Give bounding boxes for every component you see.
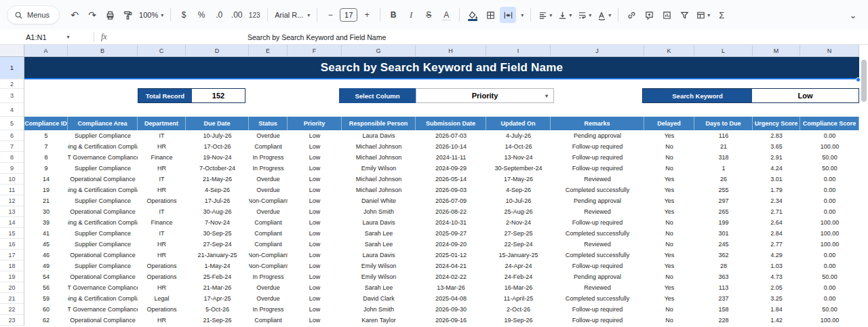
table-cell[interactable]: HR	[138, 185, 186, 195]
table-header-cell[interactable]: Compliance ID	[24, 117, 68, 130]
table-cell[interactable]: 1.42	[753, 315, 800, 326]
table-header-cell[interactable]: Priority	[288, 117, 342, 130]
table-cell[interactable]: 2025-09-27	[416, 228, 486, 239]
table-cell[interactable]: 2.71	[753, 206, 800, 217]
row-header-8[interactable]: 8	[0, 152, 24, 163]
table-header-cell[interactable]: Submission Date	[416, 117, 486, 130]
column-header-n[interactable]: N	[800, 45, 859, 57]
table-cell[interactable]: Yes	[644, 293, 694, 304]
table-cell[interactable]: 100.00	[800, 239, 859, 250]
table-cell[interactable]: HR	[138, 239, 186, 250]
column-header-b[interactable]: B	[68, 45, 138, 57]
table-cell[interactable]: 30-September-24	[486, 163, 551, 174]
table-options-button[interactable]: ▾	[694, 7, 712, 23]
table-cell[interactable]: Supplier Compliance	[68, 163, 138, 174]
table-cell[interactable]: 2026-09-16	[416, 315, 486, 326]
table-cell[interactable]: Supplier Compliance	[68, 261, 138, 271]
table-cell[interactable]: Laura Davis	[342, 130, 416, 141]
table-cell[interactable]: IT	[138, 228, 186, 239]
table-cell[interactable]: Sarah Lee	[342, 228, 416, 239]
font-size-input[interactable]: 17	[340, 8, 357, 22]
table-cell[interactable]: 1.03	[753, 261, 800, 271]
table-cell[interactable]: 0.00	[800, 282, 859, 293]
table-cell[interactable]: 62	[24, 315, 68, 326]
table-cell[interactable]: In Progress	[249, 304, 288, 315]
table-cell[interactable]: 21-Sep-26	[186, 315, 249, 326]
table-cell[interactable]: 22-Sep-24	[486, 239, 551, 250]
row-header-23[interactable]: 23	[0, 315, 24, 326]
table-header-cell[interactable]: Remarks	[551, 117, 644, 130]
table-cell[interactable]: Overdue	[249, 206, 288, 217]
merge-cells-dropdown[interactable]: ▾	[517, 7, 526, 23]
table-cell[interactable]: 21-January-25	[186, 250, 249, 261]
table-cell[interactable]: Completed successfully	[551, 228, 644, 239]
table-cell[interactable]: ning & Certification Complia	[68, 217, 138, 228]
table-cell[interactable]: 2026-08-22	[416, 206, 486, 217]
table-cell[interactable]: 0.00	[800, 174, 859, 185]
decrease-font-size-button[interactable]: −	[322, 7, 338, 23]
table-cell[interactable]: 39	[24, 217, 68, 228]
table-cell[interactable]: Compliant	[249, 315, 288, 326]
table-cell[interactable]: HR	[138, 163, 186, 174]
table-cell[interactable]: 14	[24, 174, 68, 185]
collapse-toolbar-button[interactable]: ⌄	[845, 7, 861, 23]
table-header-cell[interactable]: Status	[249, 117, 288, 130]
table-cell[interactable]: Completed successfully	[551, 250, 644, 261]
table-cell[interactable]: 0.00	[800, 185, 859, 195]
table-cell[interactable]: 13-Mar-26	[416, 282, 486, 293]
formula-input[interactable]: Search by Search Keyword and Field Name	[248, 30, 386, 45]
table-cell[interactable]: 50.00	[800, 271, 859, 282]
table-cell[interactable]: 3.01	[753, 174, 800, 185]
selection-handle[interactable]	[856, 77, 861, 82]
table-cell[interactable]: 199	[694, 217, 753, 228]
table-cell[interactable]: 4.24	[753, 163, 800, 174]
table-cell[interactable]: 2025-04-08	[416, 293, 486, 304]
table-cell[interactable]: No	[644, 304, 694, 315]
table-cell[interactable]: 265	[694, 206, 753, 217]
table-cell[interactable]: Compliant	[249, 239, 288, 250]
table-cell[interactable]: 301	[694, 228, 753, 239]
table-cell[interactable]: 49	[24, 261, 68, 271]
table-cell[interactable]: 1.84	[753, 304, 800, 315]
table-cell[interactable]: 21	[694, 141, 753, 152]
table-cell[interactable]: Operational Compliance	[68, 271, 138, 282]
increase-font-size-button[interactable]: +	[359, 7, 375, 23]
row-header-1[interactable]: 1	[0, 57, 24, 79]
table-cell[interactable]: 1	[694, 163, 753, 174]
table-cell[interactable]: 245	[694, 239, 753, 250]
row-header-4[interactable]: 4	[0, 103, 24, 117]
table-cell[interactable]: Low	[288, 228, 342, 239]
italic-button[interactable]: I	[403, 7, 419, 23]
table-cell[interactable]: Finance	[138, 217, 186, 228]
table-cell[interactable]: Laura Davis	[342, 250, 416, 261]
merge-cells-button[interactable]	[500, 7, 516, 23]
table-cell[interactable]: Yes	[644, 250, 694, 261]
row-header-9[interactable]: 9	[0, 163, 24, 174]
column-header-d[interactable]: D	[186, 45, 249, 57]
column-header-h[interactable]: H	[416, 45, 486, 57]
redo-button[interactable]: ↷	[84, 7, 100, 23]
table-cell[interactable]: Completed successfully	[551, 185, 644, 195]
table-header-cell[interactable]: Updated On	[486, 117, 551, 130]
table-cell[interactable]: 24-Feb-24	[486, 271, 551, 282]
table-cell[interactable]: Low	[288, 261, 342, 271]
increase-decimal-button[interactable]: .00	[229, 7, 245, 23]
table-cell[interactable]: Low	[288, 217, 342, 228]
table-cell[interactable]: 362	[694, 250, 753, 261]
table-cell[interactable]: IT	[138, 206, 186, 217]
table-cell[interactable]: In Progress	[249, 163, 288, 174]
table-cell[interactable]: 25-Aug-26	[486, 206, 551, 217]
table-header-cell[interactable]: Urgency Score	[753, 117, 800, 130]
functions-button[interactable]: Σ	[713, 7, 730, 23]
table-cell[interactable]: 2024-10-31	[416, 217, 486, 228]
table-cell[interactable]: Supplier Compliance	[68, 239, 138, 250]
table-cell[interactable]: Legal	[138, 293, 186, 304]
table-cell[interactable]: 2-Nov-24	[486, 217, 551, 228]
table-cell[interactable]: 13-Nov-24	[486, 152, 551, 163]
table-cell[interactable]: Low	[288, 185, 342, 195]
table-cell[interactable]: 10-Jul-26	[486, 195, 551, 206]
table-cell[interactable]: Supplier Compliance	[68, 195, 138, 206]
table-cell[interactable]: 17-Apr-25	[186, 293, 249, 304]
table-cell[interactable]: Yes	[644, 261, 694, 271]
table-cell[interactable]: No	[644, 228, 694, 239]
